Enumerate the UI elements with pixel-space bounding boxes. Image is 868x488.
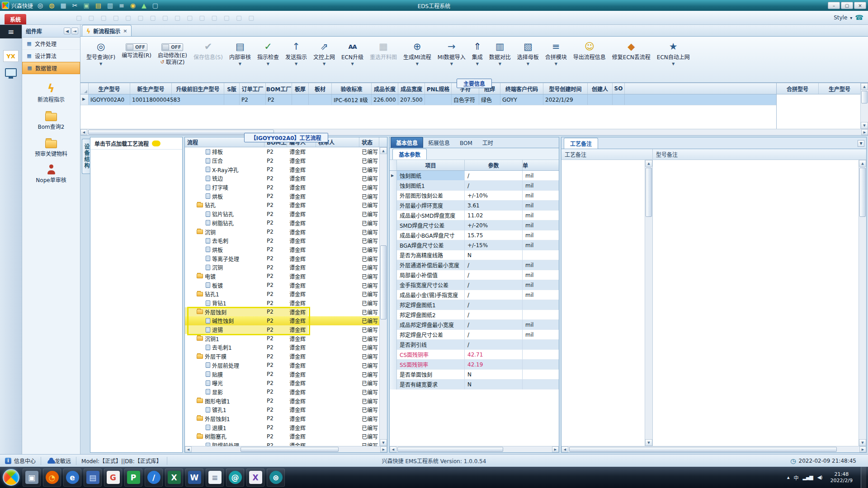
- params-tab[interactable]: 基本信息: [391, 137, 423, 148]
- scroll-left-icon[interactable]: [80, 129, 87, 135]
- row-selector[interactable]: [390, 270, 397, 280]
- dropdown-arrow-icon[interactable]: ▼: [239, 61, 241, 67]
- volume-icon[interactable]: ◀): [817, 474, 822, 480]
- sidebar-item[interactable]: ▦数据管理: [22, 62, 80, 74]
- chart-icon[interactable]: ▥: [107, 2, 113, 9]
- tree-row[interactable]: 烘板P2谭金辉已编写: [185, 245, 379, 254]
- process-notes-content[interactable]: [561, 160, 645, 446]
- sidebar-tool[interactable]: ϟ新流程指示: [38, 83, 65, 103]
- tree-row[interactable]: 铣边P2谭金辉已编写: [185, 174, 379, 183]
- row-selector[interactable]: [390, 320, 397, 330]
- ribbon-button[interactable]: OFF启动修改(E)↺取消(Z): [155, 38, 190, 82]
- tree-row[interactable]: 退膜1P2谭金辉已编写: [185, 423, 379, 432]
- tab-close-icon[interactable]: ×: [123, 28, 127, 34]
- row-selector[interactable]: [390, 360, 397, 370]
- ribbon-button[interactable]: ✓指示检查▼: [254, 38, 282, 82]
- pin-panel-icon[interactable]: ⇥: [71, 28, 78, 34]
- taskbar-app-gear-app[interactable]: ⊛: [267, 469, 285, 487]
- param-row[interactable]: 外层通道补偿后最小宽度/mil: [390, 260, 559, 270]
- param-row[interactable]: 成品最小BGA焊盘尺寸15.75mil: [390, 230, 559, 240]
- param-row[interactable]: 邦定焊盘图纸1/: [390, 300, 559, 310]
- maximize-button[interactable]: ▢: [841, 2, 853, 9]
- column-header[interactable]: 板厚: [292, 83, 309, 94]
- info-icon[interactable]: ◍: [49, 2, 54, 9]
- column-header[interactable]: 状态: [359, 137, 379, 147]
- row-selector[interactable]: [390, 300, 397, 310]
- column-header[interactable]: 生产型号: [89, 83, 130, 94]
- ribbon-button[interactable]: ◎型号查询(F)▼: [83, 38, 118, 82]
- param-row[interactable]: 蚀刻图纸/mil: [390, 171, 559, 181]
- ribbon-button[interactable]: ✔保存信息(S): [190, 38, 226, 82]
- param-row[interactable]: 蚀刻图纸1/mil: [390, 181, 559, 191]
- taskbar-app-internet-explorer[interactable]: e: [63, 469, 81, 487]
- params-tab[interactable]: BOM: [455, 139, 477, 148]
- row-selector[interactable]: [390, 201, 397, 211]
- param-row[interactable]: 成品最小金(锡)手指宽度/mil: [390, 290, 559, 300]
- taskbar-app-pinned-tool[interactable]: ▣: [23, 469, 41, 487]
- table-icon[interactable]: ▦: [60, 2, 66, 9]
- tree-row[interactable]: 板镀P2谭金辉已编写: [185, 281, 379, 290]
- tree-row[interactable]: 电镀P2谭金辉已编写: [185, 272, 379, 281]
- current-user-item[interactable]: 龙敏远: [41, 457, 76, 465]
- hidden-icons-icon[interactable]: ▴: [787, 474, 789, 480]
- search-icon[interactable]: ◎: [38, 2, 43, 9]
- row-selector[interactable]: [390, 171, 397, 181]
- column-header[interactable]: 成品宽度: [398, 83, 425, 94]
- row-selector[interactable]: [390, 260, 397, 270]
- input-method-icon[interactable]: 中: [793, 474, 798, 481]
- tree-row[interactable]: 压合P2谭金辉已编写: [185, 156, 379, 165]
- param-row[interactable]: 外层图形蚀刻公差+/-10%mil: [390, 191, 559, 201]
- tree-row[interactable]: 树脂塞孔P2谭金辉已编写: [185, 432, 379, 441]
- scroll-right-icon[interactable]: [861, 129, 868, 135]
- column-header[interactable]: 创建人: [588, 83, 613, 94]
- param-row[interactable]: 是否单面蚀刻N: [390, 370, 559, 380]
- show-desktop-button[interactable]: [861, 467, 866, 488]
- dropdown-arrow-icon[interactable]: ▼: [476, 61, 479, 67]
- column-header[interactable]: SO: [613, 83, 625, 94]
- taskbar-app-excel[interactable]: X: [165, 469, 183, 487]
- tree-row[interactable]: 沉铜P2谭金辉已编写: [185, 263, 379, 272]
- column-header[interactable]: 单: [523, 160, 559, 170]
- ribbon-button[interactable]: ↑发送指示▼: [282, 38, 310, 82]
- info-grid-vscrollbar[interactable]: [860, 83, 868, 129]
- sidebar-tool[interactable]: Nope单审核: [36, 164, 66, 183]
- row-selector[interactable]: [390, 340, 397, 350]
- row-selector[interactable]: [390, 290, 397, 300]
- start-button[interactable]: [3, 469, 19, 486]
- tree-row[interactable]: X-Ray冲孔P2谭金辉已编写: [185, 165, 379, 174]
- tree-row[interactable]: 镀孔1P2谭金辉已编写: [185, 405, 379, 414]
- notes-dropdown-icon[interactable]: ▼: [858, 140, 864, 147]
- scroll-left-icon[interactable]: [561, 446, 568, 452]
- scroll-down-icon[interactable]: [859, 439, 866, 446]
- param-row[interactable]: 金手指宽度尺寸公差/mil: [390, 280, 559, 290]
- model-notes-content[interactable]: [653, 160, 859, 446]
- column-header[interactable]: 参数: [465, 160, 523, 170]
- taskbar-app-file-manager[interactable]: ▤: [84, 469, 102, 487]
- tree-row[interactable]: 外层前处理P2谭金辉已编写: [185, 361, 379, 370]
- taskbar-app-foxmail[interactable]: @: [226, 469, 244, 487]
- info-center-item[interactable]: 信息中心: [0, 457, 41, 465]
- param-row[interactable]: BGA焊盘尺寸公差+/-15%mil: [390, 240, 559, 250]
- column-header[interactable]: 项目: [397, 160, 465, 170]
- taskbar-app-app-p[interactable]: P: [124, 469, 142, 487]
- dropdown-arrow-icon[interactable]: ▼: [672, 61, 675, 67]
- user-icon[interactable]: ◉: [130, 2, 136, 9]
- dropdown-arrow-icon[interactable]: ▼: [527, 61, 529, 67]
- params-hscrollbar[interactable]: [390, 446, 559, 452]
- tree-vscrollbar[interactable]: [379, 147, 387, 446]
- ribbon-button[interactable]: ⊕生成MI流程▼: [400, 38, 434, 82]
- tree-hscrollbar[interactable]: [185, 446, 387, 452]
- param-row[interactable]: 成品邦定焊盘最小宽度/mil: [390, 320, 559, 330]
- tree-row[interactable]: 外层蚀刻P2谭金辉已编写: [185, 307, 379, 316]
- sidebar-tool[interactable]: Bom查询2: [38, 110, 65, 130]
- tree-row[interactable]: 沉铜P2谭金辉已编写: [185, 227, 379, 236]
- tab-new-process-indication[interactable]: ϟ 新流程指示 ×: [82, 25, 132, 36]
- save-icon[interactable]: ▤: [95, 2, 101, 9]
- scroll-up-icon[interactable]: [645, 160, 652, 167]
- sidebar-tool[interactable]: 预审关键物料: [35, 137, 67, 157]
- param-row[interactable]: 邦定焊盘尺寸公差/mil: [390, 330, 559, 340]
- column-header[interactable]: 型号创建时间: [543, 83, 588, 94]
- row-selector[interactable]: [390, 181, 397, 191]
- ribbon-button[interactable]: ⇗文控上网▼: [310, 38, 338, 82]
- notes-hscrollbar[interactable]: [561, 446, 866, 452]
